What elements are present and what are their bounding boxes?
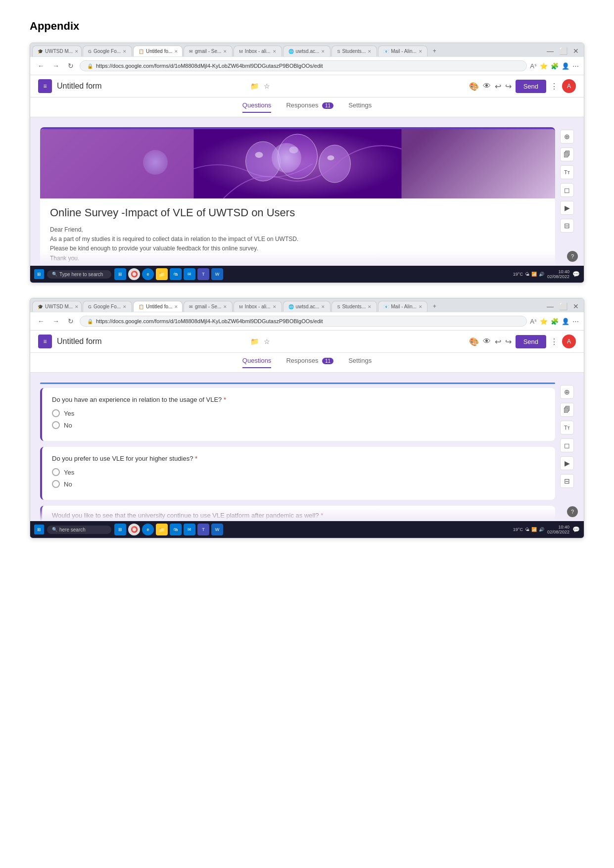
- minimize-button-2[interactable]: —: [544, 300, 556, 312]
- q2-radio-yes[interactable]: [52, 468, 60, 476]
- taskbar2-app-circle[interactable]: ⭕: [128, 524, 140, 535]
- add-section-tool-2[interactable]: ⊟: [560, 474, 574, 488]
- q1-radio-yes[interactable]: [52, 409, 60, 417]
- help-button-2[interactable]: ?: [567, 506, 578, 517]
- star-icon-2[interactable]: ☆: [264, 338, 270, 345]
- favorites-icon[interactable]: ⭐: [540, 62, 548, 70]
- taskbar-app-windows[interactable]: ⊞: [114, 268, 126, 280]
- tab2-mail-alin[interactable]: 📧 Mail - Alin... ✕: [378, 301, 427, 312]
- tab2-uwtsd-ac[interactable]: 🌐 uwtsd.ac... ✕: [283, 301, 331, 312]
- palette-icon-2[interactable]: 🎨: [469, 337, 479, 346]
- tab-inbox[interactable]: M Inbox - ali... ✕: [234, 46, 282, 56]
- tab2-gmail[interactable]: ✉ gmail - Se... ✕: [184, 301, 233, 312]
- tab-untitled-form[interactable]: 📋 Untitled fo... ✕: [133, 46, 183, 56]
- account-avatar-1[interactable]: A: [562, 79, 576, 93]
- back-button-2[interactable]: ←: [35, 315, 47, 327]
- tab-responses-2[interactable]: Responses 11: [286, 357, 333, 368]
- import-questions-tool[interactable]: 🗐: [560, 147, 574, 161]
- add-title-tool[interactable]: Tт: [560, 165, 574, 179]
- undo-icon[interactable]: ↩: [495, 82, 501, 91]
- add-video-tool-2[interactable]: ▶: [560, 456, 574, 470]
- taskbar-search-2[interactable]: 🔍 here search: [47, 526, 111, 534]
- undo-icon-2[interactable]: ↩: [495, 337, 501, 346]
- palette-icon[interactable]: 🎨: [469, 82, 479, 91]
- q1-radio-no[interactable]: [52, 421, 60, 429]
- new-tab-button[interactable]: +: [428, 45, 440, 57]
- preview-icon[interactable]: 👁: [483, 82, 491, 91]
- add-image-tool-2[interactable]: ◻: [560, 438, 574, 452]
- tab2-uwtsd[interactable]: 🎓 UWTSD M... ✕: [32, 301, 82, 312]
- add-question-tool-2[interactable]: ⊕: [560, 385, 574, 399]
- taskbar-app-edge[interactable]: e: [142, 268, 154, 280]
- refresh-button-2[interactable]: ↻: [65, 315, 77, 327]
- more-icon-2[interactable]: ⋯: [572, 318, 579, 325]
- redo-icon-2[interactable]: ↪: [505, 337, 512, 346]
- extensions-icon-2[interactable]: 🧩: [551, 318, 559, 325]
- more-options-icon[interactable]: ⋮: [550, 82, 558, 91]
- folder-icon-2[interactable]: 📁: [250, 338, 259, 345]
- tab-questions-2[interactable]: Questions: [242, 357, 272, 368]
- start-button-2[interactable]: ⊞: [34, 525, 44, 534]
- forward-button[interactable]: →: [50, 60, 62, 72]
- taskbar-app-store[interactable]: 🛍: [170, 268, 182, 280]
- restore-button-2[interactable]: ⬜: [557, 300, 569, 312]
- taskbar2-app-teams[interactable]: T: [197, 524, 209, 535]
- taskbar2-app-store[interactable]: 🛍: [170, 524, 182, 535]
- tab-responses-1[interactable]: Responses 11: [286, 101, 333, 113]
- folder-icon[interactable]: 📁: [250, 82, 259, 90]
- more-icon[interactable]: ⋯: [572, 62, 579, 70]
- account-icon-2[interactable]: 👤: [562, 318, 569, 325]
- add-image-tool[interactable]: ◻: [560, 183, 574, 197]
- taskbar2-app-explorer[interactable]: 📁: [156, 524, 168, 535]
- tab2-untitled-form[interactable]: 📋 Untitled fo... ✕: [133, 301, 183, 312]
- help-button-1[interactable]: ?: [567, 251, 578, 262]
- network-icon[interactable]: 📶: [531, 272, 537, 277]
- favorites-icon-2[interactable]: ⭐: [540, 318, 548, 325]
- taskbar2-app-mail[interactable]: ✉: [184, 524, 195, 535]
- notification-icon-2[interactable]: 💬: [572, 526, 580, 533]
- account-avatar-2[interactable]: A: [562, 335, 576, 348]
- tab-settings-1[interactable]: Settings: [348, 101, 372, 113]
- account-icon[interactable]: 👤: [562, 62, 569, 70]
- close-button-2[interactable]: ✕: [570, 300, 582, 312]
- add-title-tool-2[interactable]: Tт: [560, 421, 574, 434]
- restore-button[interactable]: ⬜: [557, 45, 569, 57]
- forward-button-2[interactable]: →: [50, 315, 62, 327]
- tab-uwtsd-ac[interactable]: 🌐 uwtsd.ac... ✕: [283, 46, 331, 56]
- tab-mail-alin[interactable]: 📧 Mail - Alin... ✕: [378, 46, 427, 56]
- minimize-button[interactable]: —: [544, 45, 556, 57]
- star-icon[interactable]: ☆: [264, 82, 270, 90]
- tab-gmail-search[interactable]: ✉ gmail - Se... ✕: [184, 46, 233, 56]
- start-button-1[interactable]: ⊞: [34, 269, 44, 279]
- q2-radio-no[interactable]: [52, 480, 60, 488]
- send-button-1[interactable]: Send: [516, 80, 546, 93]
- new-tab-button-2[interactable]: +: [428, 300, 440, 312]
- taskbar-app-explorer[interactable]: 📁: [156, 268, 168, 280]
- taskbar-search-1[interactable]: 🔍 Type here to search: [47, 270, 111, 279]
- profile-icon[interactable]: Aˢ: [530, 62, 537, 70]
- tab2-google-forms[interactable]: G Google Fo... ✕: [83, 301, 132, 312]
- taskbar2-app-edge[interactable]: e: [142, 524, 154, 535]
- taskbar-app-word[interactable]: W: [211, 268, 223, 280]
- tab-students[interactable]: S Students... ✕: [331, 46, 377, 56]
- taskbar-app-mail[interactable]: ✉: [184, 268, 195, 280]
- profile-icon-2[interactable]: Aˢ: [530, 318, 537, 325]
- add-section-tool[interactable]: ⊟: [560, 219, 574, 233]
- address-bar-1[interactable]: 🔒 https://docs.google.com/forms/d/1oM880…: [80, 60, 527, 71]
- taskbar-app-circle[interactable]: ⭕: [128, 268, 140, 280]
- tab2-inbox[interactable]: M Inbox - ali... ✕: [234, 301, 282, 312]
- notification-icon[interactable]: 💬: [572, 271, 580, 278]
- tab2-students[interactable]: S Students... ✕: [331, 301, 377, 312]
- taskbar-app-teams[interactable]: T: [197, 268, 209, 280]
- volume-icon-2[interactable]: 🔊: [539, 527, 544, 532]
- extensions-icon[interactable]: 🧩: [551, 62, 559, 70]
- tab-questions-1[interactable]: Questions: [242, 101, 272, 113]
- taskbar2-app-windows[interactable]: ⊞: [114, 524, 126, 535]
- volume-icon[interactable]: 🔊: [539, 272, 544, 277]
- back-button[interactable]: ←: [35, 60, 47, 72]
- address-bar-2[interactable]: 🔒 https://docs.google.com/forms/d/1oM880…: [80, 316, 527, 327]
- preview-icon-2[interactable]: 👁: [483, 337, 491, 346]
- taskbar2-app-word[interactable]: W: [211, 524, 223, 535]
- close-button[interactable]: ✕: [570, 45, 582, 57]
- add-question-tool[interactable]: ⊕: [560, 130, 574, 144]
